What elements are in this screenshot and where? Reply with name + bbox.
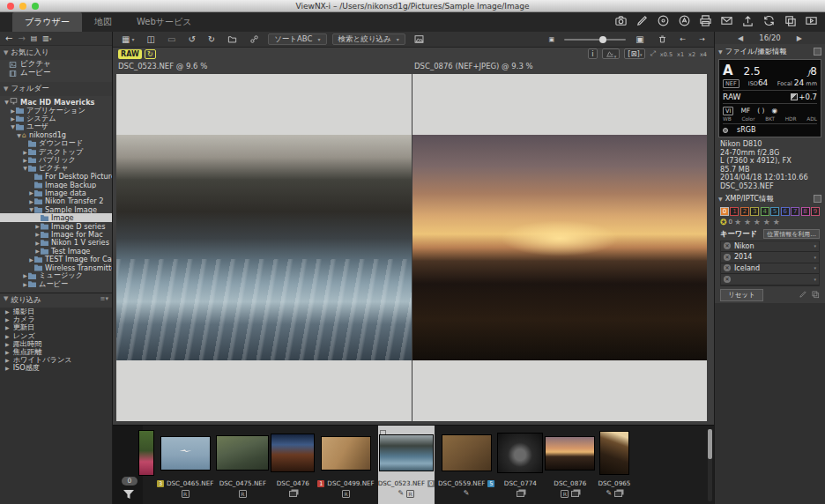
view-mode-button[interactable]: ▦▾ [118,33,138,45]
disclosure-closed-icon[interactable]: ▶ [22,157,28,163]
filter-menu-icon[interactable]: ≡▾ [100,295,108,306]
pager-prev-icon[interactable]: ◀ [738,34,743,42]
disclosure-closed-icon[interactable]: ▶ [34,248,41,254]
tree-item-Image Backup[interactable]: Image Backup [0,181,112,189]
thumbnail-cell-DSC_0559.NEF[interactable]: DSC_0559.NEF5✎ [438,426,494,504]
disclosure-closed-icon[interactable]: ▶ [34,223,41,229]
thumbnail-cell-DSC_0499.NEF[interactable]: 1DSC_0499.NEFR [317,426,374,504]
disclosure-open-icon[interactable]: ▼ [10,123,16,130]
zoom-preset-scale[interactable]: ⤢x0.5x1x2x4 [650,49,707,58]
tree-item-システム[interactable]: ▶システム [0,115,112,122]
left-image-canvas[interactable] [116,74,412,421]
raw-refresh-icon[interactable]: ↻ [145,49,156,59]
folders-header[interactable]: ▼フォルダー [0,82,112,96]
tree-item-アプリケーション[interactable]: ▶アプリケーション [0,106,112,114]
label-7-button[interactable]: 7 [791,207,799,216]
rating-stars[interactable]: ★ ★ ★ ★ ★ [734,218,780,226]
thumbnail-cell-DSC_0876[interactable]: DSC_0876R [546,426,594,504]
favorites-header[interactable]: ▼お気に入り [0,46,112,60]
tree-item-Image[interactable]: Image [0,213,112,221]
filter-item-ISO感度[interactable]: ▶ISO感度 [0,364,112,372]
single-view-button[interactable]: ▭ [164,33,179,45]
keyword-menu-icon[interactable]: ▾ [814,265,816,271]
tree-item-Wireless Transmitter Utility[interactable]: Wireless Transmitter Utility [0,263,112,271]
favorite-pictures[interactable]: ピクチャ [0,60,112,69]
xmp-iptc-header[interactable]: ▼XMP/IPTC情報 [715,191,825,205]
open-folder-button[interactable] [224,33,241,45]
slideshow-icon[interactable] [805,14,818,31]
keyword-menu-icon[interactable]: ▾ [814,243,816,248]
tree-item-Sample Image[interactable]: ▼Sample Image [0,205,112,213]
zoom-mark[interactable]: x2 [688,51,695,58]
thumbnail-image[interactable] [600,432,628,474]
file-info-menu-icon[interactable] [814,48,821,56]
disclosure-closed-icon[interactable]: ▶ [10,115,16,122]
fit-to-screen-button[interactable]: [⊠]▾ [624,48,645,59]
thumbnail-cell-DSC_0523.NEF[interactable]: DSC_0523.NEF0✎R [378,426,435,504]
label-filter-icon[interactable] [411,33,427,45]
tab-Webサービス[interactable]: Webサービス [124,12,204,32]
disclosure-closed-icon[interactable]: ▶ [34,240,41,246]
disclosure-closed-icon[interactable]: ▶ [10,107,16,114]
tree-item-For Desktop Picture[interactable]: For Desktop Picture [0,173,112,181]
tree-item-TEST Image for Capture...[interactable]: ▶TEST Image for Capture... [0,255,112,263]
disclosure-closed-icon[interactable]: ▶ [22,281,28,287]
thumbnail-image[interactable] [161,437,210,470]
keyword-row-Nikon[interactable]: ✕Nikon▾ [721,241,819,253]
edit-metadata-icon[interactable] [799,290,807,300]
thumbnail-smaller-icon[interactable]: ▣ [546,33,559,45]
thumbnail-image[interactable] [498,434,542,472]
email-icon[interactable] [720,14,733,31]
save-metadata-icon[interactable] [811,290,820,300]
prev-image-button[interactable]: ← [677,33,690,45]
label-6-button[interactable]: 6 [781,207,790,216]
tree-item-Image data[interactable]: ▶Image data [0,189,112,196]
thumbnail-image[interactable] [139,431,153,475]
rotate-cw-button[interactable]: ↻ [204,33,219,45]
disclosure-closed-icon[interactable]: ▶ [28,198,34,204]
tree-item-ユーザ[interactable]: ▼ユーザ [0,122,112,130]
photo-sunset-beach[interactable] [412,135,707,360]
thumbnail-image[interactable] [217,436,268,470]
disclosure-open-icon[interactable]: ▼ [28,206,34,212]
label-0-button[interactable]: 0 [720,207,729,216]
tree-item-デスクトップ[interactable]: ▶デスクトップ [0,147,112,155]
tree-item-Nikon 1 V series[interactable]: ▶Nikon 1 V series [0,239,112,247]
print-icon[interactable] [699,14,712,31]
rating-zero[interactable]: 0 [729,219,732,226]
disclosure-closed-icon[interactable]: ▶ [28,189,34,196]
thumbnail-image[interactable] [380,435,433,471]
keyword-row-Iceland[interactable]: ✕Iceland▾ [721,263,819,275]
disclosure-open-icon[interactable]: ▼ [4,99,10,105]
app-icon[interactable] [678,14,691,31]
keyword-row[interactable]: ✕▾ [721,274,819,285]
sort-dropdown[interactable]: ソートABC▾ [268,33,326,45]
panel-layout2-icon[interactable]: ▥▾ [42,34,51,42]
back-button[interactable]: ← [5,33,12,43]
clear-rating-icon[interactable]: ✪ [720,218,727,226]
tab-地図[interactable]: 地図 [82,12,124,32]
search-filter-dropdown[interactable]: 検索と絞り込み▾ [332,33,405,45]
label-2-button[interactable]: 2 [740,207,749,216]
remove-keyword-icon[interactable]: ✕ [724,264,731,271]
tree-item-Image for Mac[interactable]: ▶Image for Mac [0,230,112,238]
zoom-mark[interactable]: x0.5 [660,51,673,58]
file-info-header[interactable]: ▼ファイル/撮影情報 [715,44,825,58]
disclosure-closed-icon[interactable]: ▶ [34,231,41,237]
label-1-button[interactable]: 1 [730,207,739,216]
zoom-mark[interactable]: x1 [677,51,684,58]
zoom-mark[interactable]: x4 [700,51,707,58]
label-filter-count[interactable]: 0 [122,477,138,485]
tree-item-Mac HD Mavericks[interactable]: ▼Mac HD Mavericks [0,98,112,106]
disclosure-open-icon[interactable]: ▼ [16,132,22,138]
xmp-menu-icon[interactable] [814,195,821,203]
disclosure-open-icon[interactable]: ▼ [22,165,28,171]
tree-item-ダウンロード[interactable]: ダウンロード [0,139,112,147]
keyword-row-2014[interactable]: ✕2014▾ [721,252,819,263]
thumbnail-cell-DSC_0476[interactable]: DSC_0476 [271,426,314,504]
forward-button[interactable]: → [18,33,25,43]
thumbnail-larger-icon[interactable]: ▣ [632,33,647,45]
tree-item-Image D series[interactable]: ▶Image D series [0,222,112,230]
panel-layout-icon[interactable]: ▤ [31,34,38,42]
info-toggle-button[interactable]: i [588,48,597,59]
